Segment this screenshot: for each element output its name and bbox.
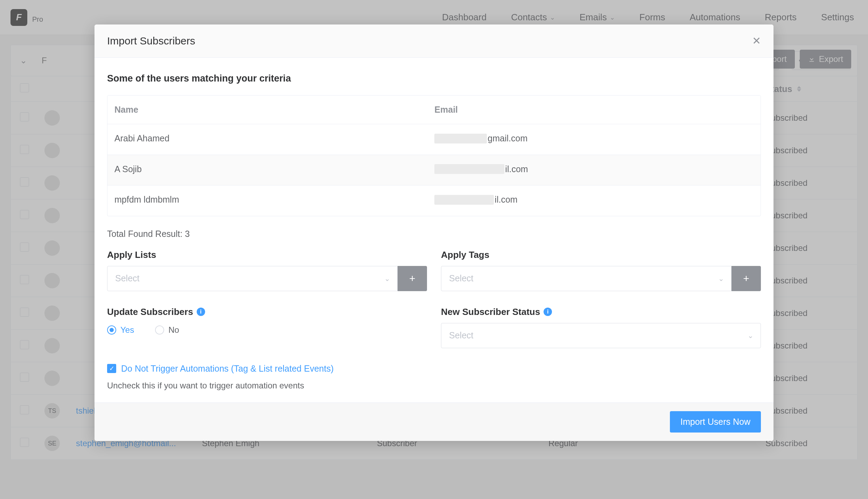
preview-name: Arabi Ahamed bbox=[107, 124, 427, 155]
preview-row: A Sojibil.com bbox=[107, 155, 761, 186]
preview-name: A Sojib bbox=[107, 155, 427, 185]
modal-subheading: Some of the users matching your criteria bbox=[107, 73, 761, 84]
col-name: Name bbox=[107, 96, 427, 124]
total-found: Total Found Result: 3 bbox=[107, 229, 761, 239]
import-users-now-button[interactable]: Import Users Now bbox=[670, 411, 761, 433]
apply-tags-select[interactable]: Select ⌄ bbox=[441, 266, 732, 291]
chevron-down-icon: ⌄ bbox=[384, 274, 390, 283]
import-subscribers-modal: Import Subscribers ✕ Some of the users m… bbox=[94, 24, 774, 441]
new-subscriber-status-select[interactable]: Select ⌄ bbox=[441, 323, 761, 348]
modal-overlay: Import Subscribers ✕ Some of the users m… bbox=[0, 0, 868, 499]
apply-lists-select[interactable]: Select ⌄ bbox=[107, 266, 398, 291]
chevron-down-icon: ⌄ bbox=[718, 274, 724, 283]
trigger-automations-label: Do Not Trigger Automations (Tag & List r… bbox=[121, 364, 334, 374]
chevron-down-icon: ⌄ bbox=[748, 331, 754, 340]
modal-header: Import Subscribers ✕ bbox=[94, 24, 774, 58]
update-yes-radio[interactable]: Yes bbox=[107, 325, 134, 335]
trigger-hint: Uncheck this if you want to trigger auto… bbox=[107, 381, 761, 391]
preview-row: Arabi Ahamedgmail.com bbox=[107, 124, 761, 155]
preview-email: il.com bbox=[427, 155, 761, 185]
preview-email: il.com bbox=[427, 185, 761, 216]
modal-title: Import Subscribers bbox=[107, 35, 195, 47]
update-subscribers-label: Update Subscribers i bbox=[107, 307, 427, 317]
new-subscriber-status-label: New Subscriber Status i bbox=[441, 307, 761, 317]
update-no-radio[interactable]: No bbox=[155, 325, 179, 335]
preview-row: mpfdm ldmbmlmil.com bbox=[107, 185, 761, 216]
add-list-button[interactable]: + bbox=[398, 266, 427, 291]
trigger-automations-checkbox[interactable]: ✓ bbox=[107, 364, 116, 373]
close-icon[interactable]: ✕ bbox=[752, 36, 761, 46]
add-tag-button[interactable]: + bbox=[732, 266, 761, 291]
apply-lists-label: Apply Lists bbox=[107, 249, 427, 260]
modal-footer: Import Users Now bbox=[94, 402, 774, 441]
info-icon[interactable]: i bbox=[197, 308, 205, 316]
preview-email: gmail.com bbox=[427, 124, 761, 155]
info-icon[interactable]: i bbox=[544, 308, 552, 316]
preview-name: mpfdm ldmbmlm bbox=[107, 185, 427, 216]
preview-table: Name Email Arabi Ahamedgmail.comA Sojibi… bbox=[107, 95, 761, 216]
col-email: Email bbox=[427, 96, 761, 124]
apply-tags-label: Apply Tags bbox=[441, 249, 761, 260]
